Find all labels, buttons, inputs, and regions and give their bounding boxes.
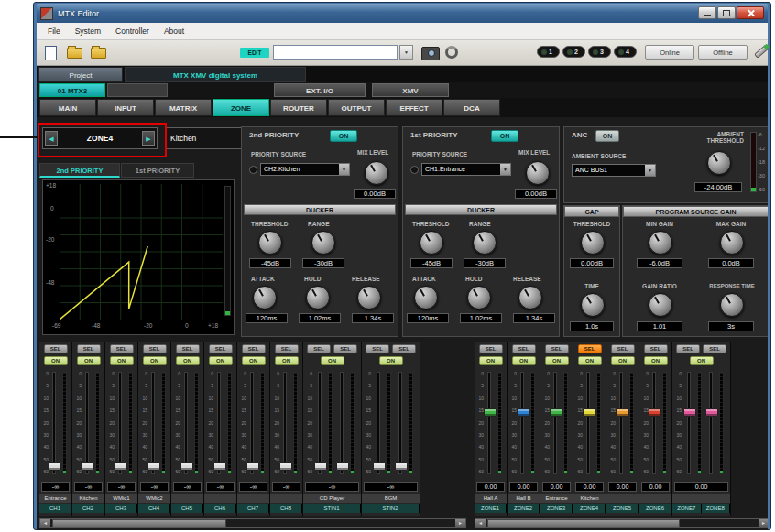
chevron-down-icon[interactable]: ▼ <box>645 165 655 176</box>
sel-button[interactable]: SEL <box>209 344 233 353</box>
tab-project[interactable]: Project <box>38 67 123 82</box>
fader-cap[interactable] <box>49 462 61 471</box>
sel-button[interactable]: SEL <box>44 344 68 353</box>
on-button[interactable]: ON <box>611 356 635 365</box>
gap-threshold-knob[interactable] <box>581 231 605 255</box>
fader-track[interactable] <box>487 372 491 474</box>
fader-cap[interactable] <box>484 408 497 417</box>
on-button[interactable]: ON <box>176 356 200 365</box>
minimize-button[interactable] <box>698 6 716 19</box>
mix-level-knob[interactable] <box>365 161 388 185</box>
ambient-source-select[interactable]: ANC BUS1 ▼ <box>572 164 656 177</box>
zone-prev-button[interactable]: ◀ <box>45 131 58 146</box>
fader-track[interactable] <box>709 372 713 474</box>
mix-level-knob[interactable] <box>526 161 550 185</box>
fader-cap[interactable] <box>683 408 696 417</box>
fader-cap[interactable] <box>517 408 529 417</box>
menu-item-file[interactable]: File <box>40 25 68 38</box>
fader-cap[interactable] <box>616 408 628 417</box>
output-scrollbar[interactable]: ◄ ► <box>475 518 768 528</box>
fader-cap[interactable] <box>550 408 562 417</box>
on-button[interactable]: ON <box>379 356 403 365</box>
sel-button[interactable]: SEL <box>307 344 331 353</box>
tab-1st-priority[interactable]: 1st PRIORITY <box>121 163 194 178</box>
fader-track[interactable] <box>586 372 590 474</box>
scrollbar-thumb[interactable] <box>487 519 680 527</box>
tab-zone[interactable]: ZONE <box>213 99 269 116</box>
tab-ext-io[interactable]: EXT. I/O <box>274 83 366 97</box>
wrench-icon[interactable] <box>754 44 770 59</box>
sel-button[interactable]: SEL <box>176 344 200 353</box>
fader-cap[interactable] <box>82 462 94 471</box>
response-time-knob[interactable] <box>720 293 744 317</box>
priority2-on-button[interactable]: ON <box>330 130 357 142</box>
threshold-knob[interactable] <box>258 231 282 255</box>
sel-button[interactable]: SEL <box>644 344 668 353</box>
menu-item-controller[interactable]: Controller <box>108 25 157 38</box>
fader-track[interactable] <box>118 372 122 474</box>
fader-track[interactable] <box>619 372 623 474</box>
tab-dca[interactable]: DCA <box>443 99 500 116</box>
sel-button[interactable]: SEL <box>479 344 503 353</box>
on-button[interactable]: ON <box>110 356 134 365</box>
sel-button[interactable]: SEL <box>578 344 602 353</box>
sel-button[interactable]: SEL <box>333 344 357 353</box>
on-button[interactable]: ON <box>209 356 233 365</box>
scroll-right-icon[interactable]: ► <box>759 519 768 527</box>
zone-next-button[interactable]: ▶ <box>142 131 155 146</box>
sel-button[interactable]: SEL <box>366 344 389 353</box>
anc-on-button[interactable]: ON <box>595 130 619 142</box>
tab-output[interactable]: OUTPUT <box>328 99 385 116</box>
fader-track[interactable] <box>398 372 402 474</box>
tab-router[interactable]: ROUTER <box>270 99 327 116</box>
fader-track[interactable] <box>184 372 188 474</box>
fader-cap[interactable] <box>583 408 595 417</box>
on-button[interactable]: ON <box>77 356 101 365</box>
save-button[interactable] <box>88 43 108 62</box>
scroll-left-icon[interactable]: ◄ <box>40 519 50 527</box>
fader-cap[interactable] <box>147 462 160 471</box>
fader-cap[interactable] <box>246 462 259 471</box>
release-knob[interactable] <box>518 286 542 309</box>
priority1-on-button[interactable]: ON <box>491 130 518 142</box>
on-button[interactable]: ON <box>578 356 602 365</box>
fader-track[interactable] <box>217 372 221 474</box>
priority-source-select[interactable]: CH2:Kitchen ▼ <box>260 163 350 176</box>
sel-button[interactable]: SEL <box>512 344 536 353</box>
on-button[interactable]: ON <box>479 356 503 365</box>
fader-cap[interactable] <box>705 408 718 417</box>
on-button[interactable]: ON <box>275 356 299 365</box>
fader-track[interactable] <box>151 372 155 474</box>
fader-track[interactable] <box>250 372 254 474</box>
tab-system[interactable]: MTX XMV digital system <box>125 67 306 82</box>
on-button[interactable]: ON <box>242 356 266 365</box>
gap-time-knob[interactable] <box>581 293 605 317</box>
fader-track[interactable] <box>520 372 524 474</box>
attack-knob[interactable] <box>253 286 277 309</box>
open-button[interactable] <box>64 43 84 62</box>
snapshot-camera-icon[interactable] <box>421 47 440 60</box>
preset-combo-input[interactable] <box>273 45 398 60</box>
hold-knob[interactable] <box>306 286 330 309</box>
on-button[interactable]: ON <box>512 356 536 365</box>
on-button[interactable]: ON <box>321 356 344 365</box>
fader-cap[interactable] <box>373 462 386 471</box>
tab-main[interactable]: MAIN <box>39 99 96 116</box>
sel-button[interactable]: SEL <box>392 344 416 353</box>
tab-device-mtx3[interactable]: 01 MTX3 <box>39 83 105 97</box>
on-button[interactable]: ON <box>545 356 569 365</box>
fader-track[interactable] <box>652 372 656 474</box>
on-button[interactable]: ON <box>690 356 714 365</box>
range-knob[interactable] <box>473 231 497 255</box>
tab-input[interactable]: INPUT <box>97 99 154 116</box>
close-button[interactable] <box>737 6 764 19</box>
chevron-down-icon[interactable]: ▼ <box>500 164 510 175</box>
tab-effect[interactable]: EFFECT <box>386 99 442 116</box>
max-gain-knob[interactable] <box>720 231 744 255</box>
fader-track[interactable] <box>52 372 56 474</box>
sel-button[interactable]: SEL <box>676 344 700 353</box>
input-scrollbar[interactable]: ◄ ► <box>39 518 466 528</box>
fader-track[interactable] <box>340 372 344 474</box>
fader-cap[interactable] <box>115 462 127 471</box>
sel-button[interactable]: SEL <box>77 344 101 353</box>
